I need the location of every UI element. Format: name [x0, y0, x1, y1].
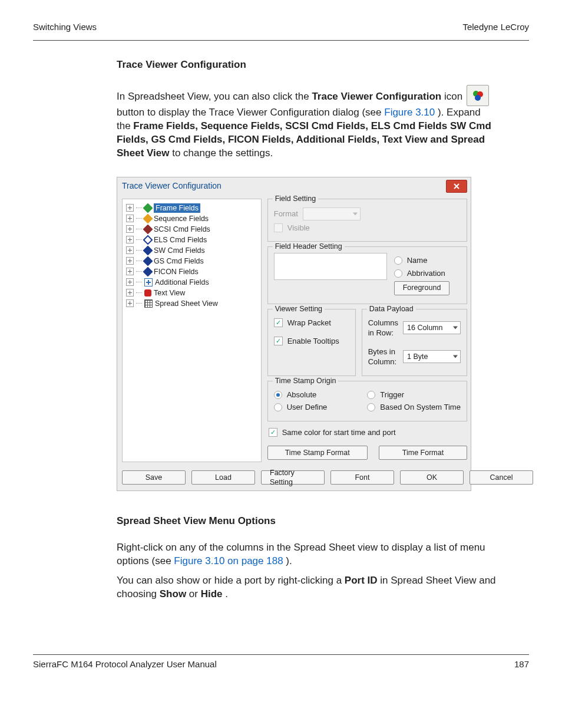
visible-label: Visible	[287, 223, 310, 233]
group-field-setting: Field Setting Format Visible	[267, 199, 467, 242]
group-data-payload: Data Payload Columns in Row: 16 Column B…	[362, 309, 467, 376]
rule	[33, 40, 529, 41]
footer-page-number: 187	[514, 658, 529, 670]
legend: Viewer Setting	[273, 304, 325, 314]
chevron-down-icon	[453, 355, 458, 358]
expand-icon[interactable]	[126, 257, 134, 265]
expand-icon[interactable]	[126, 268, 134, 275]
tree-label: Frame Fields	[154, 203, 200, 213]
tree-label: Text View	[154, 288, 185, 298]
tree-item-text-view[interactable]: Text View	[126, 288, 257, 298]
section-title-trace-viewer-config: Trace Viewer Configuration	[117, 58, 496, 72]
tree-label: Spread Sheet View	[155, 299, 218, 309]
running-head-left: Switching Views	[33, 21, 97, 33]
columns-in-row-combo[interactable]: 16 Column	[403, 321, 461, 334]
tree-item-gs-cmd-fields[interactable]: GS Cmd Fields	[126, 256, 257, 266]
save-button[interactable]: Save	[122, 470, 186, 485]
bytes-in-column-label: Bytes in Column:	[368, 347, 398, 367]
diamond-icon	[143, 235, 153, 245]
radio-absolute[interactable]	[274, 391, 282, 399]
legend: Field Header Setting	[273, 242, 345, 252]
enable-tooltips-checkbox[interactable]: ✓	[274, 337, 283, 345]
section-title-spreadsheet-menu: Spread Sheet View Menu Options	[117, 515, 496, 528]
tree-item-spreadsheet-view[interactable]: Spread Sheet View	[126, 298, 257, 309]
radio-user-define[interactable]	[274, 403, 282, 411]
fields-tree[interactable]: Frame Fields Sequence Fields SCSI Cmd Fi…	[122, 199, 262, 462]
same-color-checkbox[interactable]: ✓	[269, 428, 277, 437]
expand-icon[interactable]	[126, 246, 134, 254]
chevron-down-icon	[353, 212, 358, 215]
paragraph-ssv-2: You can also show or hide a port by righ…	[117, 574, 496, 601]
expand-icon[interactable]	[126, 204, 134, 212]
radio-name[interactable]	[394, 256, 402, 265]
trace-viewer-config-dialog: Trace Viewer Configuration Frame Fields	[117, 177, 471, 491]
time-format-button[interactable]: Time Format	[379, 446, 467, 460]
diamond-icon	[143, 256, 153, 266]
tree-item-sw-cmd-fields[interactable]: SW Cmd Fields	[126, 245, 257, 256]
columns-in-row-label: Columns in Row:	[368, 318, 398, 338]
legend: Data Payload	[367, 304, 416, 314]
paragraph-trace-viewer: In Spreadsheet View, you can also click …	[117, 85, 496, 160]
palette-icon	[144, 289, 151, 297]
radio-based-on-system-time[interactable]	[367, 403, 375, 411]
svg-point-2	[475, 95, 481, 101]
diamond-icon	[143, 213, 153, 223]
group-viewer-setting: Viewer Setting ✓Wrap Packet ✓Enable Tool…	[267, 309, 356, 376]
diamond-icon	[143, 203, 153, 213]
tree-label: SW Cmd Fields	[154, 246, 205, 256]
chevron-down-icon	[453, 327, 458, 330]
legend: Time Stamp Origin	[273, 376, 339, 386]
tree-label: FICON Fields	[154, 267, 199, 277]
grid-icon	[144, 299, 153, 308]
wrap-packet-checkbox[interactable]: ✓	[274, 318, 283, 327]
dialog-button-bar: Save Load Factory Setting Font OK Cancel	[117, 466, 471, 490]
same-color-label: Same color for start time and port	[282, 427, 396, 438]
footer-left: SierraFC M164 Protocol Analyzer User Man…	[33, 658, 217, 670]
trace-viewer-config-icon	[467, 85, 489, 106]
tree-label: ELS Cmd Fields	[154, 235, 207, 245]
visible-checkbox	[274, 223, 283, 232]
tree-label: GS Cmd Fields	[154, 256, 204, 266]
group-field-header-setting: Field Header Setting Name Abbrivation Fo…	[267, 246, 467, 304]
plus-icon	[144, 278, 153, 286]
tree-item-frame-fields[interactable]: Frame Fields	[126, 203, 257, 213]
tree-label: SCSI Cmd Fields	[154, 225, 210, 235]
radio-abbreviation[interactable]	[394, 269, 402, 278]
expand-icon[interactable]	[126, 299, 134, 307]
expand-icon[interactable]	[126, 236, 134, 243]
format-label: Format	[274, 209, 298, 219]
tree-item-additional-fields[interactable]: Additional Fields	[126, 277, 257, 288]
tree-item-ficon-fields[interactable]: FICON Fields	[126, 266, 257, 277]
dialog-title: Trace Viewer Configuration	[122, 180, 222, 192]
expand-icon[interactable]	[126, 215, 134, 222]
tree-label: Sequence Fields	[154, 214, 209, 224]
diamond-icon	[143, 245, 153, 255]
diamond-icon	[143, 224, 153, 234]
font-button[interactable]: Font	[330, 470, 394, 485]
factory-setting-button[interactable]: Factory Setting	[261, 470, 325, 485]
cancel-button[interactable]: Cancel	[470, 470, 533, 485]
tree-label: Additional Fields	[155, 278, 209, 288]
close-button[interactable]	[446, 180, 467, 193]
load-button[interactable]: Load	[191, 470, 255, 485]
format-combo	[303, 207, 361, 220]
ok-button[interactable]: OK	[400, 470, 464, 485]
header-preview-swatch	[274, 253, 387, 280]
bytes-in-column-combo[interactable]: 1 Byte	[403, 350, 461, 363]
paragraph-ssv-1: Right-click on any of the columns in the…	[117, 541, 496, 568]
expand-icon[interactable]	[126, 289, 134, 297]
legend: Field Setting	[273, 194, 318, 204]
tree-item-scsi-cmd-fields[interactable]: SCSI Cmd Fields	[126, 224, 257, 235]
tree-item-sequence-fields[interactable]: Sequence Fields	[126, 213, 257, 224]
running-head-right: Teledyne LeCroy	[462, 21, 529, 33]
close-icon	[453, 183, 460, 189]
radio-trigger[interactable]	[367, 391, 375, 399]
link-figure-3-10[interactable]: Figure 3.10	[384, 107, 435, 118]
foreground-button[interactable]: Foreground	[394, 281, 450, 295]
link-figure-3-10-p188[interactable]: Figure 3.10 on page 188	[174, 555, 283, 566]
expand-icon[interactable]	[126, 225, 134, 233]
time-stamp-format-button[interactable]: Time Stamp Format	[267, 446, 368, 460]
group-time-stamp-origin: Time Stamp Origin Absolute User Define T…	[267, 381, 467, 421]
tree-item-els-cmd-fields[interactable]: ELS Cmd Fields	[126, 235, 257, 245]
expand-icon[interactable]	[126, 278, 134, 286]
